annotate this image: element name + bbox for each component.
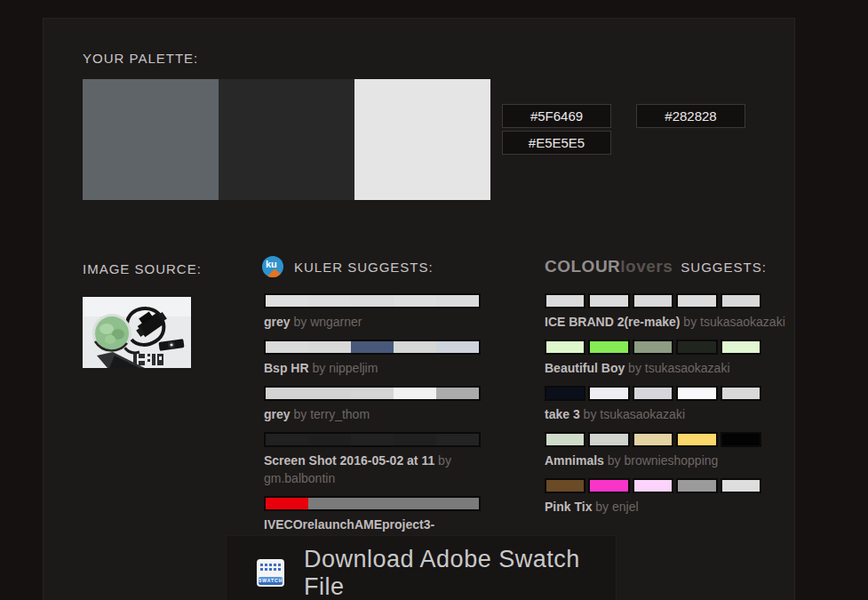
palette-swatch-cell bbox=[588, 293, 629, 308]
palette-strip[interactable] bbox=[264, 386, 481, 401]
extracted-palette bbox=[83, 79, 490, 200]
thumbnail-graphic bbox=[83, 297, 191, 368]
adobe-swatch-file-icon: SWATCH bbox=[257, 559, 284, 587]
palette-color-swatch[interactable] bbox=[354, 79, 490, 200]
colourlovers-logo-lovers: lovers bbox=[620, 257, 673, 276]
palette-swatch-cell bbox=[588, 478, 629, 493]
colourlovers-logo-colour: COLOUR bbox=[545, 257, 620, 276]
palette-swatch-cell bbox=[588, 386, 629, 401]
palette-swatch-cell bbox=[588, 432, 629, 447]
kuler-suggests-heading: KULER SUGGESTS: bbox=[294, 260, 434, 275]
palette-suggestion-row: take 3 by tsukasaokazaki bbox=[545, 386, 761, 423]
palette-name-link[interactable]: Amnimals bbox=[545, 453, 604, 468]
palette-author: by tsukasaokazaki bbox=[680, 315, 784, 329]
palette-swatch-cell bbox=[266, 341, 308, 353]
hex-code-chip: #5F6469 bbox=[502, 104, 611, 128]
palette-strip[interactable] bbox=[264, 340, 481, 355]
palette-name-link[interactable]: take 3 bbox=[545, 407, 580, 421]
swatch-icon-label: SWATCH bbox=[259, 577, 283, 585]
palette-swatch-cell bbox=[266, 295, 308, 307]
palette-name-line: Screen Shot 2016-05-02 at 11 by gm.balbo… bbox=[264, 452, 481, 487]
palette-name-link[interactable]: ICE BRAND 2(re-make) bbox=[545, 315, 680, 329]
palette-swatch-cell bbox=[351, 295, 394, 307]
palette-swatch-cell bbox=[394, 434, 436, 445]
palette-swatch-cell bbox=[633, 340, 673, 355]
palette-name-line: take 3 by tsukasaokazaki bbox=[545, 405, 761, 423]
palette-swatch-cell bbox=[266, 388, 308, 399]
palette-swatch-cell bbox=[545, 432, 585, 447]
palette-author: by tsukasaokazaki bbox=[625, 361, 729, 375]
palette-swatch-cell bbox=[436, 295, 479, 307]
palette-suggestion-row: grey by terry_thom bbox=[264, 386, 481, 423]
palette-color-swatch[interactable] bbox=[83, 79, 219, 200]
palette-swatch-cell bbox=[721, 432, 761, 447]
download-button-content: SWATCH Download Adobe Swatch File bbox=[257, 546, 616, 600]
image-source-heading: IMAGE SOURCE: bbox=[83, 261, 202, 276]
kuler-icon-wedge bbox=[267, 268, 283, 277]
palette-swatch-cell bbox=[545, 478, 585, 493]
palette-swatch-cell bbox=[545, 340, 585, 355]
palette-swatch-cell bbox=[266, 498, 308, 509]
palette-strip[interactable] bbox=[264, 293, 481, 308]
palette-name-link[interactable]: grey bbox=[264, 315, 291, 329]
palette-swatch-cell bbox=[721, 478, 761, 493]
palette-strip[interactable] bbox=[545, 478, 761, 493]
palette-name-line: Pink Tix by enjel bbox=[545, 498, 761, 516]
palette-strip[interactable] bbox=[545, 432, 761, 447]
palette-swatch-cell bbox=[351, 498, 394, 509]
palette-name-link[interactable]: grey bbox=[264, 407, 291, 421]
palette-name-link[interactable]: Pink Tix bbox=[545, 500, 592, 514]
palette-strip[interactable] bbox=[545, 340, 761, 355]
main-panel: YOUR PALETTE: #5F6469#282828#E5E5E5 IMAG… bbox=[43, 18, 795, 600]
palette-suggestion-row: Beautiful Boy by tsukasaokazaki bbox=[545, 340, 761, 377]
palette-swatch-cell bbox=[351, 434, 394, 445]
swatch-icon-dots bbox=[260, 564, 281, 571]
palette-swatch-cell bbox=[545, 386, 585, 401]
palette-author: by terry_thom bbox=[291, 407, 370, 421]
palette-strip[interactable] bbox=[545, 293, 761, 308]
palette-swatch-cell bbox=[308, 388, 351, 399]
palette-swatch-cell bbox=[308, 434, 351, 445]
palette-swatch-cell bbox=[308, 295, 351, 307]
palette-swatch-cell bbox=[721, 293, 761, 308]
palette-name-line: Amnimals by brownieshopping bbox=[545, 452, 761, 469]
palette-swatch-cell bbox=[436, 341, 479, 353]
palette-name-line: grey by wngarner bbox=[264, 313, 481, 331]
palette-strip[interactable] bbox=[545, 386, 761, 401]
palette-author: by brownieshopping bbox=[604, 453, 718, 468]
palette-swatch-cell bbox=[436, 498, 479, 509]
palette-swatch-cell bbox=[394, 498, 436, 509]
palette-swatch-cell bbox=[676, 293, 717, 308]
hex-code-chip: #282828 bbox=[636, 104, 745, 128]
page-background: { "labels": { "your_palette": "YOUR PALE… bbox=[0, 0, 868, 600]
source-image-thumbnail bbox=[83, 297, 191, 368]
hex-code-chip: #E5E5E5 bbox=[502, 131, 611, 155]
palette-name-line: Beautiful Boy by tsukasaokazaki bbox=[545, 359, 761, 377]
kuler-suggestions-list: grey by wngarner Bsp HR by nippeljim gre… bbox=[264, 293, 481, 560]
palette-swatch-cell bbox=[633, 293, 673, 308]
kuler-header: ku KULER SUGGESTS: bbox=[262, 256, 434, 277]
palette-swatch-cell bbox=[436, 388, 479, 399]
palette-author: by wngarner bbox=[291, 315, 362, 329]
palette-suggestion-row: grey by wngarner bbox=[264, 293, 481, 331]
palette-swatch-cell bbox=[676, 432, 717, 447]
colourlovers-suggestions-list: ICE BRAND 2(re-make) by tsukasaokazaki B… bbox=[545, 293, 761, 524]
palette-swatch-cell bbox=[351, 388, 394, 399]
palette-name-link[interactable]: Bsp HR bbox=[264, 361, 309, 375]
download-swatch-button[interactable]: SWATCH Download Adobe Swatch File bbox=[226, 535, 617, 600]
palette-swatch-cell bbox=[633, 432, 673, 447]
palette-swatch-cell bbox=[308, 498, 351, 509]
palette-author: by nippeljim bbox=[309, 361, 378, 375]
palette-name-link[interactable]: Screen Shot 2016-05-02 at 11 bbox=[264, 453, 434, 468]
palette-strip[interactable] bbox=[264, 432, 481, 447]
palette-swatch-cell bbox=[351, 341, 394, 353]
palette-color-swatch[interactable] bbox=[219, 79, 354, 200]
palette-name-line: ICE BRAND 2(re-make) by tsukasaokazaki bbox=[545, 313, 761, 331]
palette-swatch-cell bbox=[308, 341, 351, 353]
palette-suggestion-row: ICE BRAND 2(re-make) by tsukasaokazaki bbox=[545, 293, 761, 331]
palette-strip[interactable] bbox=[264, 496, 481, 511]
palette-swatch-cell bbox=[394, 341, 436, 353]
palette-suggestion-row: Pink Tix by enjel bbox=[545, 478, 761, 516]
colourlovers-suggests-heading: SUGGESTS: bbox=[681, 260, 767, 275]
palette-name-link[interactable]: Beautiful Boy bbox=[545, 361, 625, 375]
